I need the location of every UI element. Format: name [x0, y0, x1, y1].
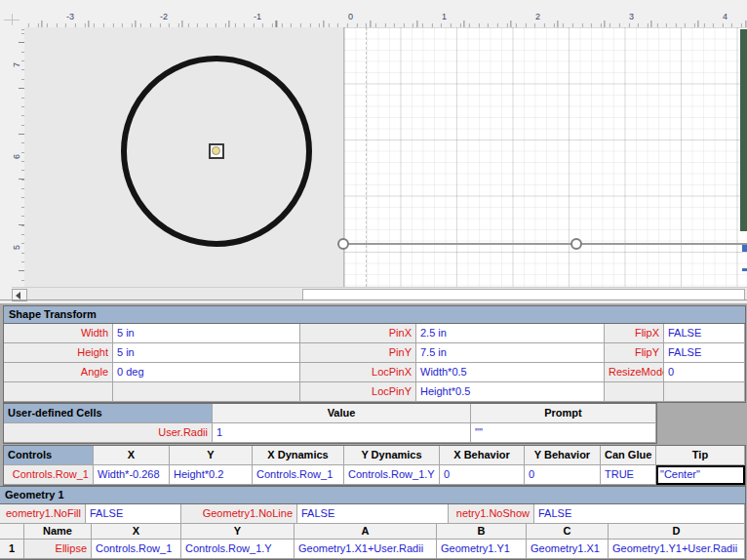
cell-width-label[interactable]: Width	[4, 324, 113, 343]
cell-user-radii-label[interactable]: User.Radii	[4, 423, 213, 443]
section-title-geometry-1: Geometry 1	[0, 487, 745, 504]
cell-pinx-value[interactable]: 2.5 in	[416, 324, 605, 343]
page-area[interactable]	[343, 27, 747, 287]
cell-height-label[interactable]: Height	[4, 343, 113, 363]
ruler-corner	[0, 12, 24, 27]
cell-piny-value[interactable]: 7.5 in	[416, 343, 605, 363]
separator	[0, 300, 747, 300]
h-ruler-tick: -1	[254, 12, 261, 21]
h-ruler-tick: 4	[723, 12, 727, 21]
page-margin-guide	[366, 27, 367, 287]
column-header-value: Value	[213, 404, 471, 423]
cell-geometry-d1[interactable]: Geometry1.Y1+User.Radii	[609, 540, 745, 559]
crosshair-icon	[4, 14, 20, 25]
cell-piny-label[interactable]: PinY	[300, 343, 416, 363]
cell-flipx-label[interactable]: FlipX	[605, 324, 664, 343]
cell-geometry-y1[interactable]: Controls.Row_1.Y	[181, 540, 295, 559]
cell-controls-x[interactable]: Width*-0.268	[94, 465, 170, 485]
column-header-x-behavior: X Behavior	[440, 446, 525, 465]
canvas-horizontal-scrollbar[interactable]	[12, 287, 747, 300]
cell-geometry1-noshow-label[interactable]: netry1.NoShow	[449, 504, 534, 524]
transform-row: LocPinY Height*0.5	[4, 382, 745, 402]
column-header-x: X	[92, 524, 181, 540]
column-header-row-number	[0, 524, 24, 540]
geometry-column-header-row: Name X Y A B C D	[0, 524, 745, 540]
column-header-y: Y	[181, 524, 295, 540]
h-ruler-tick: -3	[66, 12, 74, 21]
cell-controls-x-behavior[interactable]: 0	[440, 465, 525, 485]
cell-flipy-label[interactable]: FlipY	[605, 343, 664, 363]
cell-width-value[interactable]: 5 in	[113, 324, 300, 343]
column-header-x: X	[94, 446, 170, 465]
section-shape-transform: Shape Transform Width 5 in PinX 2.5 in F…	[3, 305, 746, 403]
v-ruler-tick: 6	[12, 147, 21, 159]
column-header-prompt: Prompt	[471, 404, 656, 423]
cell-locpinx-label[interactable]: LocPinX	[300, 363, 416, 382]
cell-geometry-x1[interactable]: Controls.Row_1	[92, 540, 181, 559]
visio-shapesheet-window: -3 -2 -1 0 1 2 3 4 7 6 5	[0, 0, 747, 560]
cell-locpiny-label[interactable]: LocPinY	[300, 382, 416, 402]
cell-geometry-c1[interactable]: Geometry1.X1	[527, 540, 609, 559]
column-header-y: Y	[170, 446, 253, 465]
center-control-handle[interactable]	[209, 143, 224, 159]
cell-height-value[interactable]: 5 in	[113, 343, 300, 363]
connector-line[interactable]	[343, 243, 747, 245]
column-header-x-dynamics: X Dynamics	[253, 446, 344, 465]
section-user-defined-cells: User-defined Cells Value Prompt User.Rad…	[3, 403, 657, 444]
v-ruler-tick: 7	[12, 56, 21, 67]
cell-geometry-row-type[interactable]: Ellipse	[24, 540, 92, 559]
column-header-tip: Tip	[656, 446, 745, 465]
ruler-horizontal: -3 -2 -1 0 1 2 3 4	[24, 12, 747, 28]
cell-locpiny-value[interactable]: Height*0.5	[416, 382, 605, 402]
cell-geometry-b1[interactable]: Geometry1.Y1	[437, 540, 527, 559]
line-endpoint-handle-left[interactable]	[337, 238, 349, 250]
cell-geometry1-noshow-value[interactable]: FALSE	[534, 504, 745, 524]
column-header-can-glue: Can Glue	[601, 446, 656, 465]
line-midpoint-handle[interactable]	[570, 238, 582, 250]
control-handle-yellow-dot	[212, 146, 220, 155]
column-header-name: Name	[24, 524, 92, 540]
cell-geometry1-noline-label[interactable]: Geometry1.NoLine	[181, 504, 297, 524]
cell-pinx-label[interactable]: PinX	[300, 324, 416, 343]
cell-controls-x-dynamics[interactable]: Controls.Row_1	[253, 465, 344, 485]
controls-header-row: Controls X Y X Dynamics Y Dynamics X Beh…	[4, 446, 745, 465]
column-header-y-dynamics: Y Dynamics	[344, 446, 440, 465]
cell-flipy-value[interactable]: FALSE	[664, 343, 745, 363]
user-defined-header-row: User-defined Cells Value Prompt	[4, 404, 656, 423]
cell-resizemode-value[interactable]: 0	[664, 363, 745, 382]
cell-geometry1-nofill-label[interactable]: eometry1.NoFill	[0, 504, 86, 524]
cell-angle-label[interactable]: Angle	[4, 363, 113, 382]
cell-controls-y[interactable]: Height*0.2	[170, 465, 253, 485]
cell-geometry1-nofill-value[interactable]: FALSE	[86, 504, 181, 524]
cell-controls-y-behavior[interactable]: 0	[525, 465, 601, 485]
user-defined-row: User.Radii 1 ""	[4, 423, 656, 443]
cell-controls-tip-selected[interactable]: "Center"	[656, 465, 745, 485]
cell-angle-value[interactable]: 0 deg	[113, 363, 300, 382]
pasteboard-edge-strip	[740, 29, 747, 231]
cell-controls-can-glue[interactable]: TRUE	[601, 465, 656, 485]
transform-row: Width 5 in PinX 2.5 in FlipX FALSE	[4, 324, 745, 343]
cell-locpinx-value[interactable]: Width*0.5	[416, 363, 605, 382]
column-header-a: A	[295, 524, 437, 540]
canvas-region: -3 -2 -1 0 1 2 3 4 7 6 5	[0, 0, 747, 303]
h-ruler-tick: 0	[348, 12, 353, 21]
section-title-user-defined-cells: User-defined Cells	[4, 404, 213, 423]
drawing-canvas[interactable]	[24, 27, 747, 287]
geometry-flags-row: eometry1.NoFill FALSE Geometry1.NoLine F…	[0, 504, 745, 524]
cell-geometry1-noline-value[interactable]: FALSE	[297, 504, 449, 524]
cell-controls-row1-label[interactable]: Controls.Row_1	[4, 465, 94, 485]
h-ruler-tick: 2	[535, 12, 540, 21]
cell-flipx-value[interactable]: FALSE	[664, 324, 745, 343]
h-ruler-tick: 1	[442, 12, 447, 21]
geometry-row: 1 Ellipse Controls.Row_1 Controls.Row_1.…	[0, 540, 745, 559]
empty-cell	[664, 382, 745, 402]
cell-geometry-row-number[interactable]: 1	[0, 540, 24, 559]
cell-controls-y-dynamics[interactable]: Controls.Row_1.Y	[344, 465, 440, 485]
cell-user-radii-value[interactable]: 1	[213, 423, 471, 443]
cell-user-radii-prompt[interactable]: ""	[471, 423, 656, 443]
h-ruler-tick: 3	[629, 12, 634, 21]
cell-geometry-a1[interactable]: Geometry1.X1+User.Radii	[295, 540, 437, 559]
empty-cell	[113, 382, 300, 402]
cell-resizemode-label[interactable]: ResizeMode	[605, 363, 664, 382]
transform-row: Angle 0 deg LocPinX Width*0.5 ResizeMode…	[4, 363, 745, 382]
